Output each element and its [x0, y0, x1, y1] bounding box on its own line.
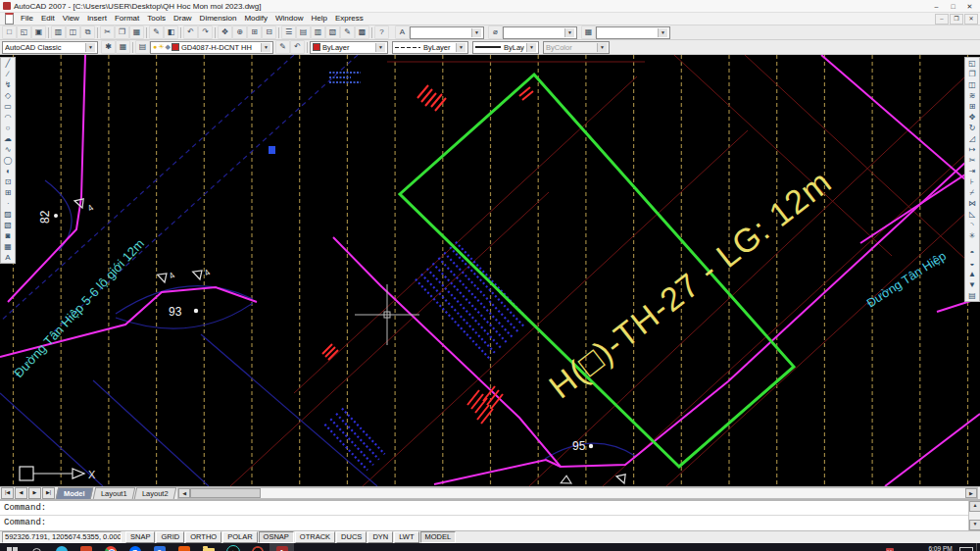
menu-view[interactable]: View: [59, 13, 83, 25]
gradient-button[interactable]: ▧: [2, 220, 14, 230]
toggle-grid[interactable]: GRID: [156, 531, 184, 543]
taskbar-zalo-icon[interactable]: Z: [122, 543, 147, 551]
layer-on-bulb-icon[interactable]: ●: [153, 42, 157, 52]
draworder-button[interactable]: ▤: [966, 290, 978, 301]
designcenter-button[interactable]: ▤: [296, 25, 311, 39]
pan-button[interactable]: ✥: [218, 25, 232, 39]
taskbar-file-explorer-icon[interactable]: [196, 543, 220, 551]
workspace-combo[interactable]: AutoCAD Classic ▼: [2, 41, 98, 54]
redo-button[interactable]: ↷: [198, 25, 213, 39]
taskbar-autocad-2007-icon[interactable]: A: [270, 543, 294, 551]
menu-draw[interactable]: Draw: [170, 13, 196, 25]
move-button[interactable]: ✥: [966, 112, 978, 123]
multiline-text-button[interactable]: A: [2, 252, 14, 263]
match-properties-button[interactable]: ✎: [149, 25, 164, 39]
toggle-osnap[interactable]: OSNAP: [259, 531, 294, 543]
extend-button[interactable]: ⇥: [966, 166, 978, 176]
region-button[interactable]: ◙: [2, 230, 14, 241]
linetype-combo[interactable]: ByLayer ▼: [392, 41, 468, 54]
horizontal-scrollbar[interactable]: ◀ ▶: [177, 487, 978, 499]
join-button[interactable]: ⋈: [966, 198, 978, 209]
publish-button[interactable]: ⧉: [80, 25, 95, 39]
spline-button[interactable]: ∿: [2, 144, 14, 155]
taskbar-app-3-icon[interactable]: 3: [147, 543, 172, 551]
chamfer-button[interactable]: ◺: [966, 209, 978, 220]
save-button[interactable]: ▣: [31, 25, 46, 39]
tab-layout1[interactable]: Layout1: [92, 487, 134, 499]
taskbar-chrome-icon[interactable]: [98, 543, 122, 551]
properties-button[interactable]: ☰: [281, 25, 296, 39]
rotate-button[interactable]: ↻: [966, 123, 978, 133]
hidden-icons-chevron-icon[interactable]: ∧: [858, 543, 870, 551]
table-button[interactable]: ▦: [2, 241, 14, 252]
copy-object-button[interactable]: ❐: [966, 69, 978, 79]
rectangle-button[interactable]: ▭: [2, 101, 14, 112]
offset-button[interactable]: ≋: [966, 90, 978, 101]
child-minimize-icon[interactable]: –: [935, 14, 949, 25]
text-style-combo[interactable]: ▼: [410, 26, 484, 39]
zoom-previous-button[interactable]: ⊟: [262, 25, 276, 39]
taskbar-tiktok-icon[interactable]: ♪: [220, 543, 245, 551]
layer-previous-button[interactable]: ↶: [290, 40, 305, 54]
previous-tab-icon[interactable]: ◀: [15, 487, 27, 499]
action-center-icon[interactable]: [959, 547, 973, 551]
revision-cloud-button[interactable]: ☁: [2, 133, 14, 144]
polyline-button[interactable]: ↯: [2, 79, 14, 90]
send-to-back-button[interactable]: ◒: [966, 258, 978, 269]
make-object-layer-current-button[interactable]: ✎: [275, 40, 290, 54]
scroll-down-icon[interactable]: ▼: [969, 520, 980, 530]
taskbar-store-icon[interactable]: [172, 543, 196, 551]
scroll-up-icon[interactable]: ▲: [969, 501, 980, 512]
open-button[interactable]: ◱: [17, 25, 31, 39]
zoom-window-button[interactable]: ⊞: [247, 25, 262, 39]
paste-button[interactable]: ▦: [129, 25, 144, 39]
arc-button[interactable]: ◠: [2, 112, 14, 123]
taskbar-start-button[interactable]: [0, 543, 24, 551]
make-block-button[interactable]: ⊞: [2, 187, 14, 198]
drawing-canvas[interactable]: H(□)-TH-27 - LG: 12m Đường Tân Hiệp 5-6 …: [0, 55, 980, 486]
new-button[interactable]: □: [2, 25, 17, 39]
menu-dimension[interactable]: Dimension: [196, 13, 241, 25]
child-restore-icon[interactable]: ❐: [950, 14, 963, 25]
break-at-point-button[interactable]: ⊦: [966, 176, 978, 187]
help-button[interactable]: ?: [374, 25, 389, 39]
child-close-icon[interactable]: ✕: [964, 14, 978, 25]
scrollbar-thumb[interactable]: [190, 488, 261, 498]
lineweight-combo[interactable]: ByLayer ▼: [472, 41, 539, 54]
layer-color-swatch[interactable]: [172, 43, 179, 51]
workspace-settings-button[interactable]: ✱: [101, 40, 116, 54]
plot-preview-button[interactable]: ◫: [66, 25, 80, 39]
menu-file[interactable]: File: [17, 13, 37, 25]
tab-model[interactable]: Model: [56, 487, 93, 499]
tab-layout2[interactable]: Layout2: [134, 487, 176, 499]
array-button[interactable]: ⊞: [966, 101, 978, 112]
layer-combo[interactable]: ● ☀ ◆ GD4087-H-DCNT HH ▼: [150, 41, 273, 54]
table-style-combo[interactable]: ▼: [596, 26, 670, 39]
menu-edit[interactable]: Edit: [37, 13, 59, 25]
cut-button[interactable]: ✂: [100, 25, 115, 39]
toggle-lwt[interactable]: LWT: [394, 531, 418, 543]
menu-help[interactable]: Help: [307, 13, 330, 25]
toggle-otrack[interactable]: OTRACK: [295, 531, 335, 543]
dim-style-combo[interactable]: ▼: [503, 26, 577, 39]
explode-button[interactable]: ✳: [966, 230, 978, 241]
undo-button[interactable]: ↶: [183, 25, 198, 39]
menu-modify[interactable]: Modify: [240, 13, 271, 25]
circle-button[interactable]: ○: [2, 123, 14, 133]
scroll-right-icon[interactable]: ▶: [965, 488, 977, 498]
taskbar-search-button[interactable]: [24, 543, 49, 551]
command-input-line[interactable]: Command:: [0, 516, 980, 529]
quickcalc-button[interactable]: ▩: [355, 25, 369, 39]
command-window[interactable]: Command: Command: ▲ ▼: [0, 499, 980, 530]
menu-express[interactable]: Express: [331, 13, 368, 25]
sheet-set-manager-button[interactable]: ▧: [325, 25, 340, 39]
zoom-realtime-button[interactable]: ⊕: [232, 25, 247, 39]
line-button[interactable]: ╱: [2, 58, 14, 69]
toggle-model[interactable]: MODEL: [420, 531, 457, 543]
ellipse-button[interactable]: ◯: [2, 155, 14, 166]
menu-tools[interactable]: Tools: [143, 13, 170, 25]
tool-palettes-button[interactable]: ▥: [311, 25, 325, 39]
tray-doc-icon[interactable]: ▤: [870, 543, 883, 551]
copy-button[interactable]: ❐: [115, 25, 129, 39]
point-button[interactable]: ∙: [2, 198, 14, 209]
